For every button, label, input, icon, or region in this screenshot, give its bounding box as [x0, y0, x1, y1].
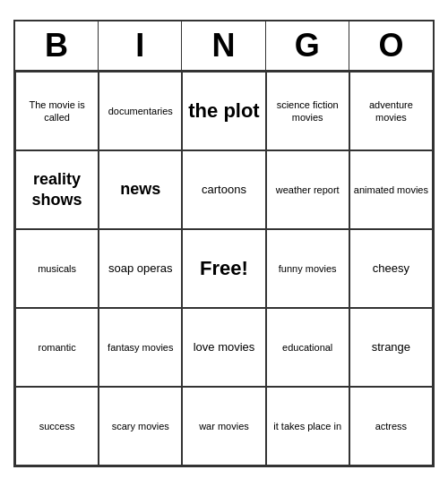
bingo-cell: strange: [349, 308, 433, 387]
bingo-cell: soap operas: [99, 229, 182, 308]
bingo-cell: Free!: [182, 229, 265, 308]
bingo-grid: The movie is calleddocumentariesthe plot…: [15, 72, 433, 466]
bingo-cell: educational: [266, 308, 349, 387]
bingo-cell: musicals: [15, 229, 99, 308]
header-letter: O: [349, 21, 433, 70]
bingo-cell: it takes place in: [266, 387, 349, 466]
bingo-cell: weather report: [266, 150, 349, 229]
bingo-cell: love movies: [182, 308, 265, 387]
bingo-cell: cheesy: [349, 229, 433, 308]
bingo-header: BINGO: [15, 21, 433, 72]
bingo-cell: war movies: [182, 387, 265, 466]
header-letter: N: [182, 21, 265, 70]
bingo-cell: actress: [349, 387, 433, 466]
bingo-cell: science fiction movies: [266, 72, 349, 150]
bingo-cell: romantic: [15, 308, 99, 387]
bingo-cell: scary movies: [99, 387, 182, 466]
bingo-card: BINGO The movie is calleddocumentariesth…: [13, 20, 435, 467]
bingo-cell: documentaries: [99, 72, 182, 150]
bingo-cell: the plot: [182, 72, 265, 150]
bingo-cell: fantasy movies: [99, 308, 182, 387]
bingo-cell: animated movies: [349, 150, 433, 229]
bingo-cell: reality shows: [15, 150, 99, 229]
bingo-cell: success: [15, 387, 99, 466]
bingo-cell: news: [99, 150, 182, 229]
bingo-cell: adventure movies: [349, 72, 433, 150]
bingo-cell: funny movies: [266, 229, 349, 308]
header-letter: B: [15, 21, 99, 70]
header-letter: G: [266, 21, 349, 70]
bingo-cell: The movie is called: [15, 72, 99, 150]
header-letter: I: [99, 21, 182, 70]
bingo-cell: cartoons: [182, 150, 265, 229]
